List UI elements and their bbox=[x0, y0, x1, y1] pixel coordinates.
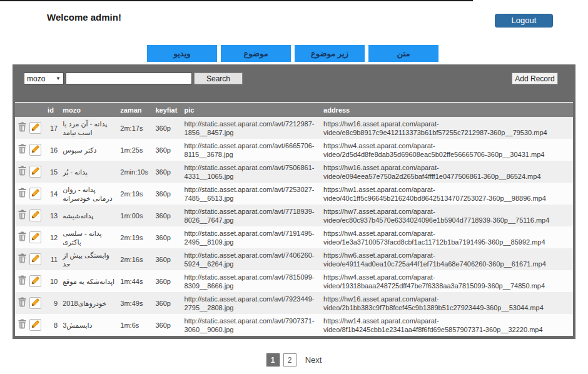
table-row: 13 پدانه‌شیشه 1m:00s 360p http://static.… bbox=[15, 205, 573, 226]
search-button[interactable]: Search bbox=[194, 73, 243, 84]
cell-id: 14 bbox=[45, 183, 60, 205]
logout-button[interactable]: Logout bbox=[495, 14, 553, 28]
edit-record-button[interactable] bbox=[29, 144, 41, 156]
delete-record-button[interactable] bbox=[18, 122, 26, 134]
edit-record-button[interactable] bbox=[29, 166, 41, 178]
cell-pic-url: http://static.asset.aparat.com/avt/77189… bbox=[182, 205, 321, 226]
cell-mozo: پدانه - سلسی باکتری bbox=[60, 226, 118, 248]
cell-pic-url: http://static.asset.aparat.com/avt/79234… bbox=[182, 292, 321, 314]
cell-keyfiat: 360p bbox=[153, 139, 181, 161]
row-actions-cell bbox=[15, 292, 45, 314]
tab-bar: ویدیوموضوعزیر موضوعمتن bbox=[147, 45, 438, 62]
row-actions-cell bbox=[15, 205, 45, 226]
delete-record-button[interactable] bbox=[18, 166, 26, 178]
table-row: 17 پدانه - آن مرد با اسب نیامد 2m:17s 36… bbox=[15, 117, 573, 139]
cell-mozo: خودروهای2018 bbox=[60, 292, 118, 314]
tab[interactable]: ویدیو bbox=[147, 45, 217, 62]
tab[interactable]: زیر موضوع bbox=[295, 45, 365, 62]
cell-keyfiat: 360p bbox=[153, 205, 181, 226]
cell-pic-url: http://static.asset.aparat.com/avt/72530… bbox=[182, 183, 321, 205]
delete-record-button[interactable] bbox=[18, 253, 26, 265]
cell-pic-url: http://static.asset.aparat.com/avt/71914… bbox=[182, 226, 321, 248]
row-actions-cell bbox=[15, 183, 45, 205]
table-row: 11 وابستگی بیش از حد 2m:16s 360p http://… bbox=[15, 248, 573, 270]
cell-zaman: 2m:19s bbox=[118, 226, 153, 248]
edit-record-button[interactable] bbox=[29, 275, 41, 287]
cell-mozo: پدانه - پُر bbox=[60, 161, 118, 183]
cell-keyfiat: 360p bbox=[153, 314, 181, 336]
pencil-icon bbox=[31, 123, 39, 133]
page-number-group: 12 bbox=[266, 353, 297, 366]
cell-zaman: 3m:49s bbox=[118, 292, 153, 314]
cell-mozo: دکتر سبوس bbox=[60, 139, 118, 161]
cell-mozo: اپدانه‌شکه یه موقع bbox=[60, 270, 118, 292]
records-table-wrap: id mozo zaman keyfiat pic address bbox=[15, 102, 573, 336]
edit-record-button[interactable] bbox=[29, 210, 41, 221]
cell-keyfiat: 360p bbox=[153, 226, 181, 248]
cell-mozo: پدانه - آن مرد با اسب نیامد bbox=[60, 117, 118, 139]
row-actions-cell bbox=[15, 270, 45, 292]
edit-record-button[interactable] bbox=[29, 253, 41, 265]
delete-record-button[interactable] bbox=[18, 319, 26, 331]
row-actions-cell bbox=[15, 248, 45, 270]
page-number-button[interactable]: 1 bbox=[266, 353, 280, 366]
cell-id: 12 bbox=[45, 226, 60, 248]
delete-record-button[interactable] bbox=[18, 144, 26, 156]
cell-keyfiat: 360p bbox=[153, 248, 181, 270]
cell-address-url: https://hw6.asset.aparat.com/aparat-vide… bbox=[321, 248, 573, 270]
filter-field-select[interactable]: mozo ▼ bbox=[24, 73, 64, 84]
trash-icon bbox=[18, 146, 26, 156]
tab[interactable]: متن bbox=[368, 45, 438, 62]
column-header-address: address bbox=[321, 103, 573, 117]
edit-record-button[interactable] bbox=[29, 122, 41, 134]
delete-record-button[interactable] bbox=[18, 210, 26, 221]
cell-address-url: https://hw4.asset.aparat.com/aparat-vide… bbox=[321, 270, 573, 292]
row-actions-cell bbox=[15, 117, 45, 139]
chevron-down-icon: ▼ bbox=[56, 76, 61, 81]
records-panel: mozo ▼ Search Add Record id mozo zaman k… bbox=[13, 64, 575, 339]
cell-id: 9 bbox=[45, 292, 60, 314]
cell-pic-url: http://static.asset.aparat.com/avt/72129… bbox=[182, 117, 321, 139]
tab[interactable]: موضوع bbox=[221, 45, 291, 62]
trash-icon bbox=[18, 278, 26, 287]
cell-zaman: 2m:17s bbox=[118, 117, 153, 139]
trash-icon bbox=[18, 168, 26, 178]
edit-record-button[interactable] bbox=[29, 297, 41, 309]
delete-record-button[interactable] bbox=[18, 275, 26, 287]
edit-record-button[interactable] bbox=[29, 231, 41, 243]
cell-id: 10 bbox=[45, 270, 60, 292]
cell-zaman: 2m:16s bbox=[118, 248, 153, 270]
page-number-button[interactable]: 2 bbox=[283, 353, 297, 366]
cell-zaman: 2min:10s bbox=[118, 161, 153, 183]
top-border-line bbox=[0, 0, 473, 1]
add-record-button[interactable]: Add Record bbox=[512, 73, 558, 84]
cell-address-url: https://hw4.asset.aparat.com/aparat-vide… bbox=[321, 226, 573, 248]
delete-record-button[interactable] bbox=[18, 188, 26, 200]
delete-record-button[interactable] bbox=[18, 297, 26, 309]
column-header-mozo: mozo bbox=[60, 103, 118, 117]
cell-address-url: https://hw16.asset.aparat.com/aparat-vid… bbox=[321, 161, 573, 183]
table-row: 12 پدانه - سلسی باکتری 2m:19s 360p http:… bbox=[15, 226, 573, 248]
search-input[interactable] bbox=[66, 73, 192, 84]
cell-mozo: پدانه‌شیشه bbox=[60, 205, 118, 226]
cell-pic-url: http://static.asset.aparat.com/avt/75068… bbox=[182, 161, 321, 183]
cell-address-url: https://hw14.asset.aparat.com/aparat-vid… bbox=[321, 314, 573, 336]
records-table: id mozo zaman keyfiat pic address bbox=[15, 103, 573, 336]
delete-record-button[interactable] bbox=[18, 231, 26, 243]
table-row: 10 اپدانه‌شکه یه موقع 1m:44s 360p http:/… bbox=[15, 270, 573, 292]
cell-mozo: پدانه - روان درمانی خودسرانه bbox=[60, 183, 118, 205]
pagination: 12 Next bbox=[0, 353, 588, 366]
cell-mozo: دابسمش3 bbox=[60, 314, 118, 336]
edit-record-button[interactable] bbox=[29, 319, 41, 331]
next-page-link[interactable]: Next bbox=[305, 355, 322, 365]
trash-icon bbox=[18, 300, 26, 309]
cell-keyfiat: 360p bbox=[153, 183, 181, 205]
cell-id: 13 bbox=[45, 205, 60, 226]
edit-record-button[interactable] bbox=[29, 188, 41, 200]
row-actions-cell bbox=[15, 314, 45, 336]
table-row: 16 دکتر سبوس 1m:25s 360p http://static.a… bbox=[15, 139, 573, 161]
cell-zaman: 1m:25s bbox=[118, 139, 153, 161]
cell-mozo: وابستگی بیش از حد bbox=[60, 248, 118, 270]
cell-pic-url: http://static.asset.aparat.com/avt/74062… bbox=[182, 248, 321, 270]
cell-id: 16 bbox=[45, 139, 60, 161]
